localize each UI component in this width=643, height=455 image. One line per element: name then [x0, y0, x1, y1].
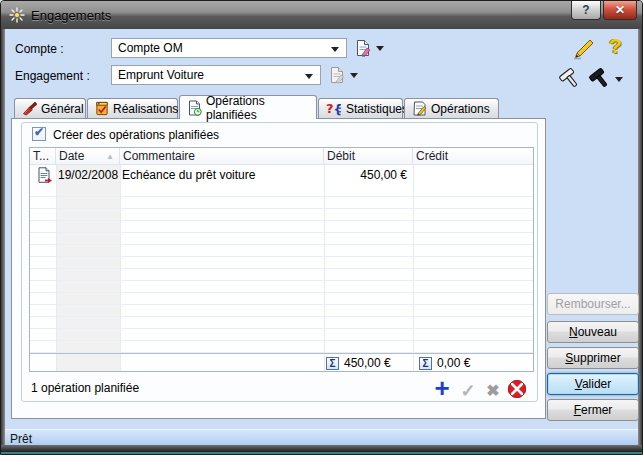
- nouveau-button[interactable]: Nouveau: [547, 321, 639, 343]
- fermer-button[interactable]: Fermer: [547, 399, 639, 421]
- add-operation-button[interactable]: +: [431, 378, 453, 398]
- column-header-debit[interactable]: Débit: [324, 148, 413, 164]
- tab-statistiques-label: Statistiques: [346, 102, 408, 116]
- planned-ops-table: T... Date ▲ Commentaire Débit Crédit: [29, 147, 534, 372]
- tab-operations-planifiees-label: Opérations planifiées: [206, 94, 309, 122]
- calendar-check-icon: [95, 101, 109, 116]
- help-icon[interactable]: ?: [609, 34, 622, 58]
- app-icon: [9, 7, 25, 23]
- total-debit: 450,00 €: [344, 356, 391, 370]
- table-row[interactable]: 19/02/2008 Echéance du prêt voiture 450,…: [30, 165, 533, 185]
- tab-realisations[interactable]: Réalisations: [87, 98, 178, 118]
- totals-row: Σ 450,00 € Σ 0,00 €: [30, 353, 533, 371]
- compte-label: Compte :: [15, 42, 64, 56]
- row-credit: [413, 165, 527, 185]
- tab-operations-planifiees[interactable]: Opérations planifiées: [179, 95, 317, 119]
- svg-text:?: ?: [326, 101, 334, 116]
- engagement-combobox[interactable]: Emprunt Voiture: [111, 65, 321, 85]
- edit-pencil-icon[interactable]: [571, 37, 595, 61]
- engagements-window: Engagements ? ✕ Compte : Compte OM Engag…: [0, 0, 643, 455]
- tab-realisations-label: Réalisations: [113, 102, 178, 116]
- planned-op-count: 1 opération planifiée: [31, 381, 139, 395]
- table-header: T... Date ▲ Commentaire Débit Crédit: [30, 148, 533, 165]
- validate-operation-button[interactable]: ✓: [458, 380, 478, 402]
- account-file-menu-arrow-icon[interactable]: [376, 46, 384, 51]
- valider-button[interactable]: Valider: [547, 373, 639, 395]
- create-planned-ops-checkbox[interactable]: ✔: [32, 127, 46, 141]
- window-frame-left: [1, 29, 5, 454]
- titlebar-close-button[interactable]: ✕: [603, 1, 637, 20]
- doc-clock-icon: [187, 100, 202, 116]
- window-frame-accent: [1, 452, 642, 454]
- delete-operation-button[interactable]: [507, 379, 527, 399]
- rembourser-button[interactable]: Rembourser...: [547, 293, 639, 315]
- sort-asc-icon: ▲: [106, 152, 116, 161]
- column-header-credit[interactable]: Crédit: [413, 148, 533, 164]
- row-date: 19/02/2008: [58, 165, 118, 185]
- compte-combobox[interactable]: Compte OM: [111, 38, 347, 58]
- hammer-menu-arrow-icon[interactable]: [615, 77, 623, 82]
- tab-statistiques[interactable]: ? { Statistiques: [318, 98, 403, 118]
- engagement-file-menu-arrow-icon[interactable]: [350, 73, 358, 78]
- check-icon: ✔: [34, 125, 44, 139]
- scheduled-op-icon: [37, 167, 52, 184]
- combo-arrow-icon: [331, 47, 339, 52]
- hammer-light-icon[interactable]: [557, 67, 581, 91]
- titlebar-help-button[interactable]: ?: [571, 1, 601, 20]
- status-text: Prêt: [10, 432, 32, 446]
- sigma-icon: Σ: [326, 357, 339, 370]
- tab-operations-label: Opérations: [431, 102, 490, 116]
- sigma-icon: Σ: [419, 357, 432, 370]
- column-header-commentaire[interactable]: Commentaire: [120, 148, 324, 164]
- combo-arrow-icon: [305, 74, 313, 79]
- hammer-dark-icon[interactable]: [587, 67, 611, 91]
- supprimer-button[interactable]: Supprimer: [547, 347, 639, 369]
- column-header-type[interactable]: T...: [30, 148, 56, 164]
- tools-icon: [22, 101, 37, 116]
- titlebar: Engagements ? ✕: [1, 1, 642, 29]
- doc-pencil-icon: [412, 101, 427, 116]
- empty-rows: [30, 185, 533, 353]
- compte-combobox-value: Compte OM: [118, 41, 183, 55]
- question-brace-icon: ? {: [326, 101, 342, 116]
- engagement-label: Engagement :: [15, 69, 90, 83]
- total-credit: 0,00 €: [437, 356, 470, 370]
- tab-general-label: Général: [41, 102, 84, 116]
- column-header-date[interactable]: Date ▲: [56, 148, 120, 164]
- window-title: Engagements: [31, 8, 111, 23]
- account-file-edit-icon[interactable]: [354, 39, 372, 57]
- engagement-combobox-value: Emprunt Voiture: [118, 68, 204, 82]
- row-commentaire: Echéance du prêt voiture: [122, 165, 322, 185]
- tab-operations[interactable]: Opérations: [404, 98, 499, 118]
- tab-general[interactable]: Général: [14, 98, 86, 118]
- cancel-operation-button[interactable]: ✖: [483, 381, 503, 400]
- create-planned-ops-label: Créer des opérations planifiées: [53, 128, 219, 142]
- engagement-file-icon-disabled[interactable]: [328, 66, 346, 84]
- row-debit: 450,00 €: [324, 165, 407, 185]
